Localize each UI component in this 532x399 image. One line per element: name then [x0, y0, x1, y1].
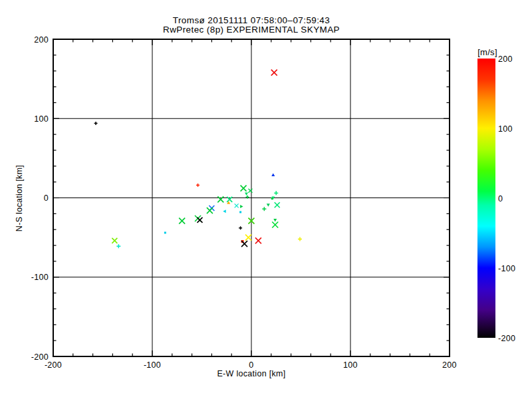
scatter-point — [164, 231, 166, 233]
colorbar-tick-label: 200 — [498, 55, 513, 64]
scatter-point — [245, 193, 248, 196]
scatter-point — [273, 219, 277, 222]
scatter-point — [262, 207, 266, 211]
scatter-point — [275, 202, 280, 207]
chart-title-line2: RwPretec (8p) EXPERIMENTAL SKYMAP — [163, 25, 340, 35]
colorbar-unit-label: [m/s] — [477, 47, 497, 57]
scatter-point — [241, 186, 247, 192]
scatter-point — [207, 207, 213, 213]
y-tick-label: 0 — [44, 194, 49, 203]
scatter-point — [116, 244, 120, 248]
y-tick-label: -200 — [31, 352, 49, 362]
chart-title-line1: Tromsø 20151111 07:58:00–07:59:43 — [173, 15, 330, 25]
scatter-point — [271, 198, 273, 200]
scatter-point — [217, 196, 223, 202]
scatter-point — [245, 235, 251, 241]
y-tick-label: 200 — [34, 35, 49, 45]
scatter-point — [246, 196, 249, 199]
scatter-point — [272, 222, 278, 228]
y-axis-label: N-S location [km] — [15, 165, 24, 231]
scatter-point — [255, 237, 261, 243]
x-tick-label: 100 — [343, 360, 358, 370]
x-tick-label: -200 — [45, 360, 62, 370]
colorbar-tick-label: -100 — [498, 264, 515, 273]
scatter-point — [239, 226, 242, 229]
colorbar-tick-label: 0 — [498, 194, 503, 203]
scatter-point — [267, 203, 270, 207]
scatter-point — [235, 203, 239, 207]
x-tick-label: -100 — [144, 360, 161, 370]
scatter-point — [239, 211, 241, 213]
scatter-point — [241, 241, 247, 247]
scatter-point — [240, 205, 243, 208]
scatter-points — [94, 70, 302, 249]
x-tick-label: 0 — [249, 360, 253, 370]
x-axis-label: E-W location [km] — [217, 369, 285, 378]
scatter-point — [198, 217, 203, 223]
scatter-point — [179, 218, 185, 224]
grid-lines — [53, 39, 450, 356]
scatter-point — [249, 189, 253, 193]
scatter-point — [271, 70, 277, 76]
skymap-plot: Tromsø 20151111 07:58:00–07:59:43 RwPret… — [0, 0, 532, 399]
scatter-point — [298, 237, 302, 241]
tick-labels: -200-1000100200-200-1000100200 — [31, 35, 457, 370]
colorbar-gradient — [477, 59, 495, 338]
scatter-point — [271, 173, 275, 176]
y-tick-label: 100 — [34, 114, 49, 124]
scatter-point — [274, 191, 278, 195]
y-tick-label: -100 — [31, 273, 49, 282]
colorbar-tick-label: -200 — [498, 334, 515, 343]
scatter-point — [112, 238, 117, 243]
x-tick-label: 200 — [442, 360, 457, 370]
scatter-point — [223, 209, 226, 213]
scatter-point — [196, 184, 200, 187]
colorbar: 2001000-100-200 — [477, 55, 515, 343]
skymap-figure: Tromsø 20151111 07:58:00–07:59:43 RwPret… — [0, 0, 532, 399]
scatter-point — [94, 122, 98, 125]
colorbar-tick-label: 100 — [498, 124, 513, 134]
